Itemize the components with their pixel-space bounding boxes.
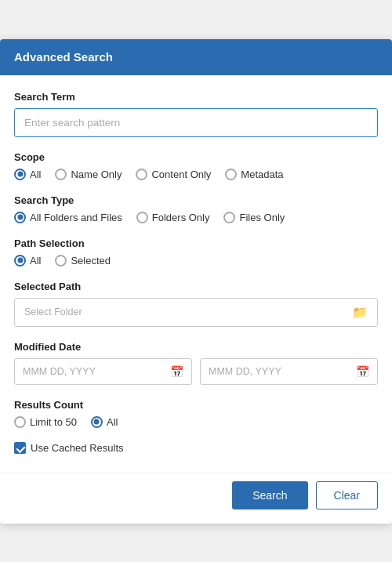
results-count-group: Results Count Limit to 50 All (14, 399, 378, 428)
folder-placeholder: Select Folder (24, 306, 82, 317)
scope-metadata-label: Metadata (241, 169, 283, 180)
selected-path-label: Selected Path (14, 281, 378, 292)
type-files-label: Files Only (239, 212, 285, 223)
search-term-label: Search Term (14, 91, 378, 103)
search-button[interactable]: Search (232, 481, 307, 509)
count-limit-radio[interactable] (14, 416, 26, 428)
scope-radio-group: All Name Only Content Only Metadata (14, 169, 378, 180)
path-radio-group: All Selected (14, 255, 378, 266)
path-selected-radio[interactable] (55, 255, 67, 266)
path-selected-option[interactable]: Selected (55, 255, 111, 266)
scope-name-radio[interactable] (55, 169, 67, 180)
dialog-body: Search Term Scope All Name Only Content … (0, 75, 392, 470)
clear-button[interactable]: Clear (316, 481, 378, 509)
cached-results-option[interactable]: Use Cached Results (14, 442, 378, 454)
date-from-input[interactable]: MMM DD, YYYY 📅 (14, 358, 192, 385)
scope-all-label: All (30, 169, 41, 180)
path-selection-group: Path Selection All Selected (14, 237, 378, 266)
scope-name-label: Name Only (71, 169, 122, 180)
type-all-option[interactable]: All Folders and Files (14, 212, 122, 223)
date-row: MMM DD, YYYY 📅 MMM DD, YYYY 📅 (14, 358, 378, 385)
search-type-radio-group: All Folders and Files Folders Only Files… (14, 212, 378, 223)
path-all-label: All (30, 255, 41, 266)
advanced-search-dialog: Advanced Search Search Term Scope All Na… (0, 39, 392, 524)
type-all-radio[interactable] (14, 212, 26, 223)
type-folders-option[interactable]: Folders Only (136, 212, 210, 223)
scope-all-radio[interactable] (14, 169, 26, 180)
modified-date-label: Modified Date (14, 341, 378, 353)
modified-date-group: Modified Date MMM DD, YYYY 📅 MMM DD, YYY… (14, 341, 378, 385)
folder-select-button[interactable]: Select Folder 📁 (14, 298, 378, 327)
dialog-title: Advanced Search (14, 50, 113, 63)
folder-icon: 📁 (352, 305, 368, 320)
search-input[interactable] (14, 108, 378, 137)
type-files-option[interactable]: Files Only (223, 212, 285, 223)
calendar-to-icon: 📅 (356, 365, 369, 378)
date-to-placeholder: MMM DD, YYYY (209, 366, 281, 377)
path-selected-label: Selected (71, 255, 111, 266)
scope-content-option[interactable]: Content Only (136, 169, 211, 180)
path-selection-label: Path Selection (14, 237, 378, 249)
cached-results-group: Use Cached Results (14, 442, 378, 454)
count-all-label: All (107, 416, 118, 428)
date-from-placeholder: MMM DD, YYYY (23, 366, 96, 377)
dialog-footer: Search Clear (0, 473, 392, 524)
path-all-radio[interactable] (14, 255, 26, 266)
path-all-option[interactable]: All (14, 255, 41, 266)
search-term-group: Search Term (14, 91, 378, 137)
count-limit-label: Limit to 50 (30, 416, 77, 428)
type-folders-label: Folders Only (152, 212, 210, 223)
scope-all-option[interactable]: All (14, 169, 41, 180)
date-to-input[interactable]: MMM DD, YYYY 📅 (200, 358, 378, 385)
type-all-label: All Folders and Files (30, 212, 122, 223)
type-files-radio[interactable] (223, 212, 235, 223)
count-all-radio[interactable] (91, 416, 103, 428)
type-folders-radio[interactable] (136, 212, 148, 223)
selected-path-group: Selected Path Select Folder 📁 (14, 281, 378, 327)
results-count-radio-group: Limit to 50 All (14, 416, 378, 428)
calendar-from-icon: 📅 (170, 365, 183, 378)
count-all-option[interactable]: All (91, 416, 118, 428)
count-limit-option[interactable]: Limit to 50 (14, 416, 77, 428)
cached-results-checkbox[interactable] (14, 442, 26, 454)
scope-metadata-option[interactable]: Metadata (225, 169, 283, 180)
scope-metadata-radio[interactable] (225, 169, 237, 180)
results-count-label: Results Count (14, 399, 378, 411)
scope-name-option[interactable]: Name Only (55, 169, 122, 180)
search-type-label: Search Type (14, 194, 378, 206)
scope-content-label: Content Only (151, 169, 211, 180)
search-type-group: Search Type All Folders and Files Folder… (14, 194, 378, 223)
scope-group: Scope All Name Only Content Only Metadat… (14, 151, 378, 180)
scope-content-radio[interactable] (136, 169, 147, 180)
scope-label: Scope (14, 151, 378, 163)
dialog-header: Advanced Search (0, 39, 392, 75)
cached-results-label: Use Cached Results (31, 442, 124, 454)
